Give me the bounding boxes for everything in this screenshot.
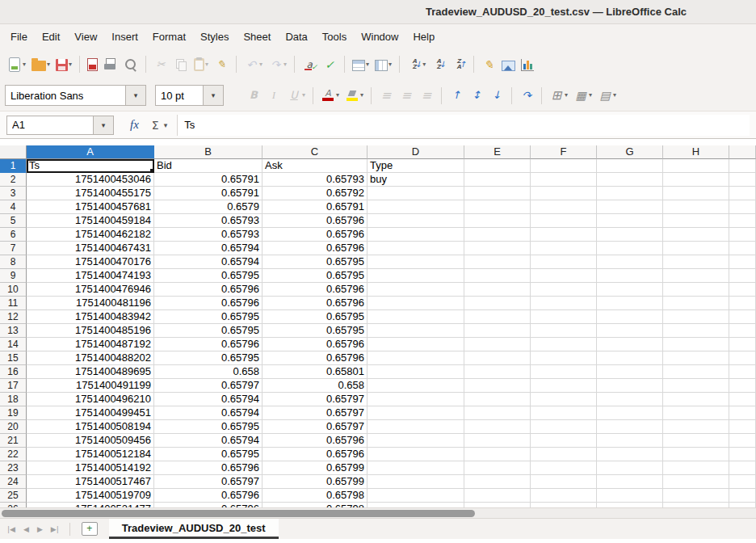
align-top-button[interactable]	[447, 86, 466, 105]
cell-D22[interactable]	[368, 448, 464, 461]
cell-F22[interactable]	[531, 448, 597, 461]
chevron-down-icon[interactable]: ▾	[164, 121, 168, 129]
spelling-button[interactable]	[300, 55, 319, 74]
row-header-15[interactable]: 15	[0, 351, 27, 365]
auto-spellcheck-button[interactable]	[320, 55, 339, 74]
cell-B23[interactable]: 0.65796	[154, 461, 262, 475]
row-header-18[interactable]: 18	[0, 393, 27, 406]
cell-F25[interactable]	[531, 489, 597, 503]
cell-I12[interactable]	[729, 310, 756, 324]
cell-G3[interactable]	[597, 187, 663, 200]
menu-file[interactable]: File	[3, 27, 35, 46]
cell-B18[interactable]: 0.65794	[154, 393, 262, 406]
cell-D8[interactable]	[368, 255, 464, 269]
cell-D16[interactable]	[368, 365, 464, 379]
cell-E4[interactable]	[464, 200, 531, 214]
cell-C14[interactable]: 0.65796	[262, 338, 368, 351]
cell-F18[interactable]	[531, 393, 597, 406]
cell-E19[interactable]	[464, 406, 531, 420]
cell-I5[interactable]	[729, 214, 756, 228]
cell-A21[interactable]: 1751400509456	[27, 434, 154, 448]
row-header-17[interactable]: 17	[0, 379, 27, 393]
cell-F2[interactable]	[531, 173, 597, 187]
align-right-button[interactable]	[417, 86, 436, 105]
cell-F3[interactable]	[531, 187, 597, 200]
cell-B16[interactable]: 0.658	[154, 365, 262, 379]
cell-G12[interactable]	[597, 310, 663, 324]
cell-F7[interactable]	[531, 242, 597, 255]
export-pdf-button[interactable]	[85, 55, 100, 74]
cell-C6[interactable]: 0.65796	[262, 228, 368, 242]
cell-D2[interactable]: buy	[368, 173, 464, 187]
cell-C12[interactable]: 0.65795	[262, 310, 368, 324]
cell-B19[interactable]: 0.65794	[154, 406, 262, 420]
cell-F4[interactable]	[531, 200, 597, 214]
bold-button[interactable]	[244, 86, 263, 105]
cell-F1[interactable]	[531, 159, 597, 173]
row-header-12[interactable]: 12	[0, 310, 27, 324]
cell-G18[interactable]	[597, 393, 663, 406]
cell-I19[interactable]	[729, 406, 756, 420]
cell-H4[interactable]	[663, 200, 729, 214]
cell-B7[interactable]: 0.65794	[154, 242, 262, 255]
cell-H12[interactable]	[663, 310, 729, 324]
row-header-11[interactable]: 11	[0, 297, 27, 310]
cell-D6[interactable]	[368, 228, 464, 242]
cell-I11[interactable]	[729, 297, 756, 310]
cell-B20[interactable]: 0.65795	[154, 420, 262, 434]
cell-D12[interactable]	[368, 310, 464, 324]
align-bottom-button[interactable]	[487, 86, 506, 105]
text-direction-button[interactable]	[517, 86, 536, 105]
col-header-F[interactable]: F	[531, 145, 597, 159]
cell-D10[interactable]	[368, 283, 464, 297]
italic-button[interactable]	[264, 86, 284, 105]
cell-C21[interactable]: 0.65796	[262, 434, 368, 448]
cell-E3[interactable]	[464, 187, 531, 200]
row-header-21[interactable]: 21	[0, 434, 27, 448]
cell-G10[interactable]	[597, 283, 663, 297]
col-header-G[interactable]: G	[597, 145, 663, 159]
cell-I18[interactable]	[729, 393, 756, 406]
cell-E21[interactable]	[464, 434, 531, 448]
cell-H7[interactable]	[663, 242, 729, 255]
cell-C10[interactable]: 0.65796	[262, 283, 368, 297]
cell-B5[interactable]: 0.65793	[154, 214, 262, 228]
cell-H19[interactable]	[663, 406, 729, 420]
cell-I25[interactable]	[729, 489, 756, 503]
cell-B11[interactable]: 0.65796	[154, 297, 262, 310]
cell-C2[interactable]: 0.65793	[262, 173, 368, 187]
cell-E12[interactable]	[464, 310, 531, 324]
background-color-button[interactable]: ▾	[595, 86, 619, 105]
last-sheet-icon[interactable]: ▶|	[47, 525, 63, 533]
undo-button[interactable]: ▾	[242, 55, 265, 74]
cell-H18[interactable]	[663, 393, 729, 406]
cell-I20[interactable]	[729, 420, 756, 434]
col-header-C[interactable]: C	[262, 145, 368, 159]
highlighting-color-button[interactable]: ▾	[342, 86, 366, 105]
border-style-button[interactable]: ▾	[571, 86, 594, 105]
cell-G7[interactable]	[597, 242, 663, 255]
row-header-19[interactable]: 19	[0, 406, 27, 420]
cell-H21[interactable]	[663, 434, 729, 448]
cell-F9[interactable]	[531, 269, 597, 283]
add-sheet-button[interactable]: +	[82, 522, 98, 536]
cell-A23[interactable]: 1751400514192	[27, 461, 154, 475]
cell-C5[interactable]: 0.65796	[262, 214, 368, 228]
sort-descending-button[interactable]	[449, 55, 468, 74]
cell-F17[interactable]	[531, 379, 597, 393]
cell-E24[interactable]	[464, 475, 531, 489]
cell-A3[interactable]: 1751400455175	[27, 187, 154, 200]
cell-A15[interactable]: 1751400488202	[27, 351, 154, 365]
cell-G11[interactable]	[597, 297, 663, 310]
cell-C22[interactable]: 0.65796	[262, 448, 368, 461]
cell-I16[interactable]	[729, 365, 756, 379]
insert-chart-button[interactable]	[519, 55, 536, 74]
cell-C3[interactable]: 0.65792	[262, 187, 368, 200]
row-header-5[interactable]: 5	[0, 214, 27, 228]
cell-D4[interactable]	[368, 200, 464, 214]
cell-F11[interactable]	[531, 297, 597, 310]
cell-G19[interactable]	[597, 406, 663, 420]
cell-E8[interactable]	[464, 255, 531, 269]
font-size-dropdown[interactable]: ▾	[204, 85, 224, 106]
cell-C16[interactable]: 0.65801	[262, 365, 368, 379]
